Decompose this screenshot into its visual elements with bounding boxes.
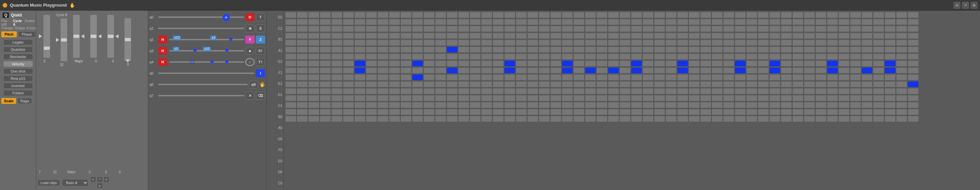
grid-cell-22-1[interactable] <box>539 19 550 25</box>
grid-cell-33-11[interactable] <box>665 88 677 94</box>
grid-cell-10-6[interactable] <box>401 53 412 60</box>
q6-track[interactable] <box>158 84 248 85</box>
grid-cell-54-9[interactable] <box>908 74 919 80</box>
grid-cell-38-13[interactable] <box>723 102 734 108</box>
grid-cell-9-4[interactable] <box>389 40 400 46</box>
grid-cell-35-3[interactable] <box>689 33 700 39</box>
grid-cell-34-9[interactable] <box>677 74 688 80</box>
grid-cell-37-11[interactable] <box>712 88 723 94</box>
grid-cell-2-8[interactable] <box>308 67 320 73</box>
grid-cell-25-13[interactable] <box>573 102 584 108</box>
grid-cell-39-8[interactable] <box>735 67 746 73</box>
grid-cell-35-10[interactable] <box>689 81 700 88</box>
grid-cell-12-4[interactable] <box>423 40 435 46</box>
grid-cell-6-11[interactable] <box>354 88 366 94</box>
grid-cell-24-9[interactable] <box>562 74 573 80</box>
grid-cell-41-11[interactable] <box>758 88 769 94</box>
grid-cell-2-14[interactable] <box>308 109 320 115</box>
grid-cell-50-11[interactable] <box>861 88 873 94</box>
q4-dot-outline[interactable] <box>190 60 194 64</box>
grid-cell-54-13[interactable] <box>908 102 919 108</box>
grid-cell-42-2[interactable] <box>769 26 780 32</box>
grid-cell-38-3[interactable] <box>723 33 734 39</box>
grid-cell-20-5[interactable] <box>516 46 527 53</box>
grid-cell-10-10[interactable] <box>401 81 412 88</box>
grid-cell-7-7[interactable] <box>366 61 377 67</box>
grid-cell-31-5[interactable] <box>643 46 654 53</box>
grid-cell-27-1[interactable] <box>597 19 608 25</box>
grid-cell-49-9[interactable] <box>850 74 861 80</box>
grid-cell-23-8[interactable] <box>550 67 562 73</box>
grid-cell-11-2[interactable] <box>412 26 423 32</box>
grid-cell-19-0[interactable] <box>504 12 515 18</box>
grid-cell-0-13[interactable] <box>285 102 296 108</box>
grid-cell-37-1[interactable] <box>712 19 723 25</box>
grid-cell-48-2[interactable] <box>838 26 850 32</box>
grid-cell-38-0[interactable] <box>723 12 734 18</box>
grid-cell-41-12[interactable] <box>758 95 769 101</box>
grid-cell-1-7[interactable] <box>297 61 308 67</box>
grid-cell-17-5[interactable] <box>481 46 492 53</box>
grid-cell-42-9[interactable] <box>769 74 780 80</box>
grid-cell-40-0[interactable] <box>746 12 757 18</box>
grid-cell-53-7[interactable] <box>896 61 907 67</box>
grid-cell-38-2[interactable] <box>723 26 734 32</box>
grid-cell-23-11[interactable] <box>550 88 562 94</box>
grid-cell-7-9[interactable] <box>366 74 377 80</box>
grid-cell-22-2[interactable] <box>539 26 550 32</box>
grid-cell-49-12[interactable] <box>850 95 861 101</box>
q5-i-button[interactable]: I <box>256 69 265 77</box>
grid-cell-22-6[interactable] <box>539 53 550 60</box>
grid-cell-54-4[interactable] <box>908 40 919 46</box>
grid-cell-13-15[interactable] <box>435 116 446 122</box>
grid-cell-51-8[interactable] <box>873 67 884 73</box>
q3-sdagger-button[interactable]: S† <box>256 47 265 55</box>
q0-h-button[interactable]: H <box>245 13 255 21</box>
q0-track[interactable]: + <box>158 16 244 18</box>
grid-cell-29-8[interactable] <box>619 67 631 73</box>
grid-cell-28-4[interactable] <box>608 40 619 46</box>
grid-cell-14-7[interactable] <box>447 61 458 67</box>
grid-cell-23-14[interactable] <box>550 109 562 115</box>
grid-cell-27-5[interactable] <box>597 46 608 53</box>
grid-cell-20-10[interactable] <box>516 81 527 88</box>
grid-cell-20-8[interactable] <box>516 67 527 73</box>
grid-cell-0-6[interactable] <box>285 53 296 60</box>
grid-cell-8-4[interactable] <box>377 40 388 46</box>
grid-cell-52-12[interactable] <box>885 95 896 101</box>
grid-cell-12-5[interactable] <box>423 46 435 53</box>
grid-cell-11-7[interactable] <box>412 61 423 67</box>
grid-cell-12-10[interactable] <box>423 81 435 88</box>
grid-cell-23-13[interactable] <box>550 102 562 108</box>
grid-cell-10-0[interactable] <box>401 12 412 18</box>
grid-cell-4-10[interactable] <box>331 81 342 88</box>
grid-cell-2-11[interactable] <box>308 88 320 94</box>
grid-cell-50-1[interactable] <box>861 19 873 25</box>
grid-cell-31-0[interactable] <box>643 12 654 18</box>
grid-cell-4-2[interactable] <box>331 26 342 32</box>
grid-cell-27-11[interactable] <box>597 88 608 94</box>
grid-cell-12-13[interactable] <box>423 102 435 108</box>
grid-cell-18-7[interactable] <box>493 61 504 67</box>
grid-cell-27-15[interactable] <box>597 116 608 122</box>
grid-cell-17-13[interactable] <box>481 102 492 108</box>
grid-cell-5-2[interactable] <box>343 26 354 32</box>
grid-cell-19-13[interactable] <box>504 102 515 108</box>
grid-cell-16-1[interactable] <box>469 19 481 25</box>
grid-cell-44-11[interactable] <box>792 88 803 94</box>
grid-cell-20-3[interactable] <box>516 33 527 39</box>
grid-cell-20-14[interactable] <box>516 109 527 115</box>
grid-cell-17-3[interactable] <box>481 33 492 39</box>
grid-cell-34-3[interactable] <box>677 33 688 39</box>
grid-cell-44-6[interactable] <box>792 53 803 60</box>
grid-cell-34-11[interactable] <box>677 88 688 94</box>
grid-cell-42-15[interactable] <box>769 116 780 122</box>
grid-cell-16-5[interactable] <box>469 46 481 53</box>
grid-cell-8-13[interactable] <box>377 102 388 108</box>
grid-cell-44-1[interactable] <box>792 19 803 25</box>
grid-cell-45-8[interactable] <box>804 67 815 73</box>
grid-cell-43-13[interactable] <box>781 102 792 108</box>
grid-cell-10-12[interactable] <box>401 95 412 101</box>
grid-cell-36-13[interactable] <box>700 102 711 108</box>
grid-cell-13-4[interactable] <box>435 40 446 46</box>
